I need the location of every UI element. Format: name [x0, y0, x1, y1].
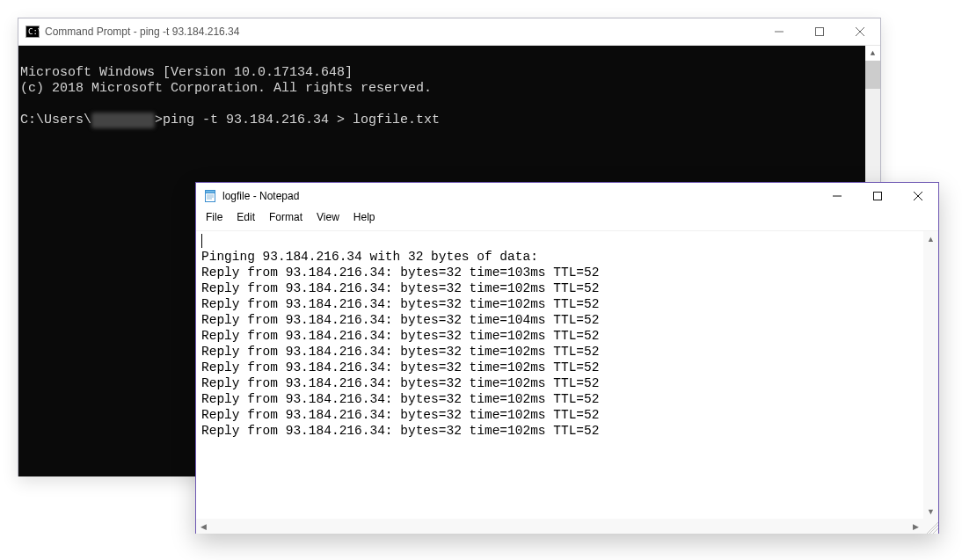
- notepad-window: logfile - Notepad File Edit Format View …: [195, 182, 939, 534]
- cmd-command-text: >ping -t 93.184.216.34 > logfile.txt: [155, 113, 440, 127]
- text-caret: [201, 234, 202, 248]
- ping-reply-line: Reply from 93.184.216.34: bytes=32 time=…: [201, 313, 599, 327]
- ping-reply-line: Reply from 93.184.216.34: bytes=32 time=…: [201, 360, 599, 375]
- ping-header-line: Pinging 93.184.216.34 with 32 bytes of d…: [201, 250, 538, 264]
- menu-format[interactable]: Format: [263, 209, 309, 227]
- scroll-right-arrow-icon[interactable]: ▶: [908, 519, 923, 534]
- ping-reply-line: Reply from 93.184.216.34: bytes=32 time=…: [201, 392, 599, 406]
- ping-reply-line: Reply from 93.184.216.34: bytes=32 time=…: [201, 281, 599, 295]
- scroll-thumb[interactable]: [865, 61, 880, 89]
- cmd-output-line: (c) 2018 Microsoft Corporation. All righ…: [20, 81, 432, 96]
- close-button[interactable]: [898, 183, 938, 209]
- cmd-window-title: Command Prompt - ping -t 93.184.216.34: [45, 25, 759, 38]
- notepad-horizontal-scrollbar[interactable]: ◀ ▶: [196, 519, 923, 534]
- svg-rect-5: [206, 191, 215, 193]
- cmd-icon: C:\: [26, 25, 40, 38]
- maximize-button[interactable]: [857, 183, 898, 209]
- cmd-output-line: Microsoft Windows [Version 10.0.17134.64…: [20, 65, 353, 80]
- scroll-track[interactable]: [923, 246, 938, 504]
- notepad-window-title: logfile - Notepad: [222, 190, 817, 202]
- scroll-up-arrow-icon[interactable]: ▲: [865, 46, 880, 61]
- notepad-window-controls: [817, 183, 938, 209]
- scroll-down-arrow-icon[interactable]: ▼: [923, 504, 938, 519]
- maximize-button[interactable]: [799, 18, 840, 45]
- ping-reply-line: Reply from 93.184.216.34: bytes=32 time=…: [201, 424, 599, 438]
- scroll-up-arrow-icon[interactable]: ▲: [923, 231, 938, 246]
- menu-help[interactable]: Help: [347, 209, 382, 227]
- cmd-username-redacted: ████████: [91, 113, 155, 128]
- ping-reply-line: Reply from 93.184.216.34: bytes=32 time=…: [201, 265, 599, 280]
- notepad-titlebar[interactable]: logfile - Notepad: [196, 183, 938, 209]
- resize-grip[interactable]: [923, 519, 938, 534]
- ping-reply-line: Reply from 93.184.216.34: bytes=32 time=…: [201, 408, 599, 422]
- menu-view[interactable]: View: [310, 209, 346, 227]
- cmd-prompt-prefix: C:\Users\: [20, 113, 91, 127]
- scroll-left-arrow-icon[interactable]: ◀: [196, 519, 211, 534]
- notepad-vertical-scrollbar[interactable]: ▲ ▼: [923, 231, 938, 519]
- minimize-button[interactable]: [817, 183, 857, 209]
- ping-reply-line: Reply from 93.184.216.34: bytes=32 time=…: [201, 376, 599, 390]
- notepad-menubar: File Edit Format View Help: [196, 209, 938, 231]
- notepad-client-area: Pinging 93.184.216.34 with 32 bytes of d…: [196, 231, 938, 534]
- cmd-window-controls: [759, 18, 880, 45]
- menu-file[interactable]: File: [200, 209, 229, 227]
- notepad-text-area[interactable]: Pinging 93.184.216.34 with 32 bytes of d…: [200, 231, 923, 519]
- ping-reply-line: Reply from 93.184.216.34: bytes=32 time=…: [201, 345, 599, 359]
- svg-rect-1: [816, 28, 824, 36]
- svg-rect-10: [874, 193, 882, 200]
- ping-reply-line: Reply from 93.184.216.34: bytes=32 time=…: [201, 329, 599, 343]
- ping-reply-line: Reply from 93.184.216.34: bytes=32 time=…: [201, 297, 599, 311]
- cmd-titlebar[interactable]: C:\ Command Prompt - ping -t 93.184.216.…: [18, 18, 880, 46]
- notepad-icon: [203, 189, 217, 203]
- close-button[interactable]: [840, 18, 880, 45]
- scroll-track[interactable]: [211, 519, 908, 534]
- menu-edit[interactable]: Edit: [230, 209, 261, 227]
- minimize-button[interactable]: [759, 18, 799, 45]
